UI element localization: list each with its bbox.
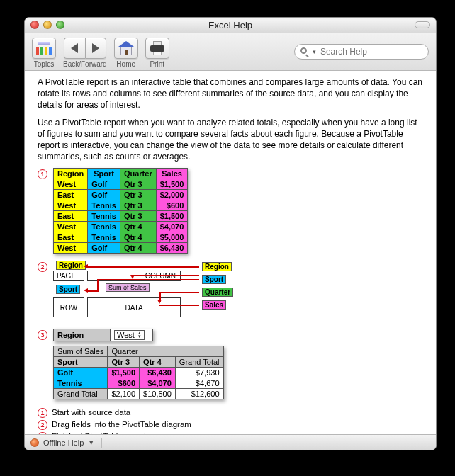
legend-text-1: Start with source data xyxy=(52,408,130,416)
forward-button[interactable] xyxy=(85,38,106,59)
pivot-col-1: Qtr 4 xyxy=(140,357,176,368)
col-region: Region xyxy=(54,169,88,179)
chevron-down-icon: ▾ xyxy=(313,48,316,55)
table-row: WestGolfQtr 4$6,430 xyxy=(54,243,188,254)
pivot-row-field: Sport xyxy=(54,357,108,368)
back-button[interactable] xyxy=(64,38,85,59)
pivot-filter-value: West xyxy=(117,331,135,339)
status-separator xyxy=(101,438,102,448)
status-label: Offline Help xyxy=(43,438,84,447)
help-window: Excel Help Topics Back/Forward xyxy=(24,17,437,450)
table-row: EastTennisQtr 3$1,500 xyxy=(54,211,188,222)
pivot-grand-col: Grand Total xyxy=(175,357,223,368)
source-data-table: Region Sport Quarter Sales WestGolfQtr 3… xyxy=(53,168,188,254)
arrow-left-icon xyxy=(71,43,78,53)
callout-1: 1 xyxy=(38,169,47,179)
intro-paragraph-1: A PivotTable report is an interactive ta… xyxy=(38,76,423,111)
content-area[interactable]: A PivotTable report is an interactive ta… xyxy=(25,71,436,434)
home-button[interactable] xyxy=(114,38,138,59)
toolbar: Topics Back/Forward Home xyxy=(25,33,436,71)
pivot-row: Tennis $600 $4,070 $4,670 xyxy=(54,378,224,389)
print-label: Print xyxy=(150,60,164,68)
pivot-filter-table: Region West ▲▼ xyxy=(53,329,153,341)
backforward-label: Back/Forward xyxy=(63,60,107,68)
callout-legend: 1Start with source data 2Drag fields int… xyxy=(38,407,423,434)
table-row: EastGolfQtr 3$2,000 xyxy=(54,190,188,200)
arrow-right-icon xyxy=(92,43,99,53)
window-controls xyxy=(30,21,64,29)
fieldlist-quarter: Quarter xyxy=(202,288,233,297)
pivot-filter-field: Region xyxy=(54,329,111,341)
search-field[interactable]: ▾ xyxy=(294,44,429,60)
diagram-field-region: Region xyxy=(56,261,86,270)
fieldlist-sales: Sales xyxy=(202,300,226,310)
titlebar: Excel Help xyxy=(25,18,436,33)
legend-text-3: Finished PivotTable report xyxy=(52,432,146,434)
pivot-row: Golf $1,500 $6,430 $7,930 xyxy=(54,368,224,378)
table-row: WestTennisQtr 4$4,070 xyxy=(54,222,188,232)
col-sales: Sales xyxy=(156,169,188,179)
diagram-field-sport: Sport xyxy=(56,285,80,294)
table-header-row: Region Sport Quarter Sales xyxy=(54,169,188,179)
pivot-sum-label: Sum of Sales xyxy=(54,346,108,357)
zoom-button[interactable] xyxy=(56,21,64,29)
status-dropdown-icon[interactable]: ▼ xyxy=(88,439,94,446)
status-bar: Offline Help ▼ xyxy=(25,434,436,450)
legend-callout-1: 1 xyxy=(38,408,47,418)
printer-icon xyxy=(150,41,165,55)
legend-callout-2: 2 xyxy=(38,420,47,430)
diagram-page-area: PAGE xyxy=(53,271,84,281)
close-button[interactable] xyxy=(30,21,39,29)
legend-callout-3: 3 xyxy=(38,432,47,434)
pivottable-diagram: Region PAGE Sport ROW Quarter COLUMN Sum… xyxy=(53,261,308,322)
toolbar-toggle-button[interactable] xyxy=(415,21,430,28)
pivot-result-table: Sum of Sales Quarter Sport Qtr 3 Qtr 4 G… xyxy=(53,346,224,400)
status-orb-icon xyxy=(30,438,39,447)
pivot-filter-dropdown[interactable]: West ▲▼ xyxy=(114,330,145,340)
col-sport: Sport xyxy=(88,169,120,179)
home-label: Home xyxy=(116,60,135,68)
diagram-sum-of-sales: Sum of Sales xyxy=(106,283,150,292)
callout-2: 2 xyxy=(38,262,47,272)
print-button[interactable] xyxy=(145,38,169,59)
search-icon xyxy=(300,47,308,57)
diagram-data-area: DATA xyxy=(87,298,181,317)
minimize-button[interactable] xyxy=(43,21,52,29)
legend-text-2: Drag fields into the PivotTable diagram xyxy=(52,420,191,429)
home-icon xyxy=(118,41,134,55)
col-quarter: Quarter xyxy=(120,169,156,179)
table-row: WestTennisQtr 3$600 xyxy=(54,200,188,211)
diagram-row-area: ROW xyxy=(53,298,84,317)
topics-label: Topics xyxy=(34,60,54,68)
window-title: Excel Help xyxy=(208,20,252,30)
fieldlist-sport: Sport xyxy=(202,275,226,284)
pivot-col-0: Qtr 3 xyxy=(108,357,140,368)
search-input[interactable] xyxy=(320,47,422,57)
table-row: WestGolfQtr 3$1,500 xyxy=(54,179,188,190)
topics-button[interactable] xyxy=(32,38,56,59)
fieldlist-region: Region xyxy=(202,262,232,271)
stepper-icon: ▲▼ xyxy=(137,332,142,339)
callout-3: 3 xyxy=(38,330,47,340)
intro-paragraph-2: Use a PivotTable report when you want to… xyxy=(38,117,423,163)
pivot-col-field: Quarter xyxy=(108,346,223,357)
pivot-total-row: Grand Total $2,100 $10,500 $12,600 xyxy=(54,389,224,400)
table-row: EastTennisQtr 4$5,000 xyxy=(54,232,188,243)
